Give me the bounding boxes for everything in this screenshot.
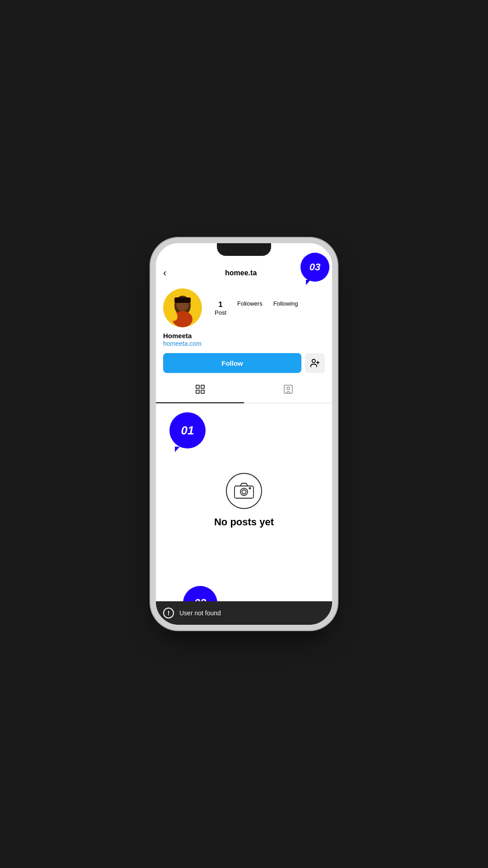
followers-label: Followers bbox=[237, 300, 263, 307]
posts-stat: 1 Post bbox=[215, 300, 226, 316]
header: ‹ homee.ta ••• 03 bbox=[156, 263, 332, 283]
svg-rect-12 bbox=[196, 390, 199, 393]
header-right: ••• 03 bbox=[315, 268, 325, 278]
tab-tagged[interactable] bbox=[244, 378, 332, 403]
badge-01: 01 bbox=[169, 412, 206, 448]
tabs-container bbox=[156, 378, 332, 403]
avatar bbox=[163, 288, 202, 327]
profile-section: 1 Post Followers Following Homeeta h bbox=[156, 283, 332, 375]
badge-01-text: 01 bbox=[181, 424, 194, 438]
action-buttons: Follow bbox=[163, 353, 325, 373]
svg-point-17 bbox=[240, 488, 248, 495]
svg-rect-13 bbox=[201, 390, 204, 393]
profile-name: Homeeta bbox=[163, 332, 325, 340]
svg-rect-10 bbox=[196, 385, 199, 388]
svg-point-7 bbox=[312, 359, 315, 363]
profile-link[interactable]: homeeta.com bbox=[163, 340, 202, 347]
svg-point-6 bbox=[170, 312, 178, 321]
profile-info: Homeeta homeeta.com bbox=[163, 332, 325, 348]
following-label: Following bbox=[273, 300, 298, 307]
no-posts-icon bbox=[226, 473, 262, 509]
svg-point-19 bbox=[249, 488, 251, 489]
add-friend-button[interactable] bbox=[305, 353, 325, 373]
svg-rect-4 bbox=[174, 297, 191, 303]
no-posts-text: No posts yet bbox=[214, 516, 274, 528]
tagged-icon bbox=[283, 384, 294, 397]
tab-grid[interactable] bbox=[156, 378, 244, 403]
posts-count: 1 bbox=[218, 300, 222, 309]
add-friend-icon bbox=[310, 358, 320, 368]
page-title: homee.ta bbox=[225, 269, 257, 277]
badge-03-text: 03 bbox=[310, 261, 320, 273]
camera-svg bbox=[234, 483, 254, 499]
phone-screen: ‹ homee.ta ••• 03 bbox=[156, 243, 332, 625]
toast-message: User not found bbox=[179, 609, 221, 617]
badge-03: 03 bbox=[300, 253, 329, 282]
posts-area: 01 No posts yet 02 bbox=[156, 403, 332, 625]
follow-button[interactable]: Follow bbox=[163, 353, 301, 373]
badge-03-circle: 03 bbox=[300, 253, 329, 282]
posts-label: Post bbox=[215, 309, 226, 316]
svg-rect-14 bbox=[284, 385, 292, 393]
toast-error-icon: ! bbox=[163, 608, 174, 618]
back-button[interactable]: ‹ bbox=[163, 267, 166, 279]
following-stat[interactable]: Following bbox=[273, 300, 298, 316]
svg-rect-11 bbox=[201, 385, 204, 388]
stats-container: 1 Post Followers Following bbox=[211, 300, 325, 316]
toast-bar: ! User not found bbox=[156, 601, 332, 625]
grid-icon bbox=[195, 384, 206, 397]
profile-top: 1 Post Followers Following bbox=[163, 288, 325, 327]
followers-stat[interactable]: Followers bbox=[237, 300, 263, 316]
badge-01-circle: 01 bbox=[169, 412, 206, 448]
phone-frame: ‹ homee.ta ••• 03 bbox=[156, 243, 332, 625]
svg-point-15 bbox=[287, 387, 290, 390]
svg-point-18 bbox=[242, 490, 246, 494]
notch bbox=[217, 243, 271, 256]
